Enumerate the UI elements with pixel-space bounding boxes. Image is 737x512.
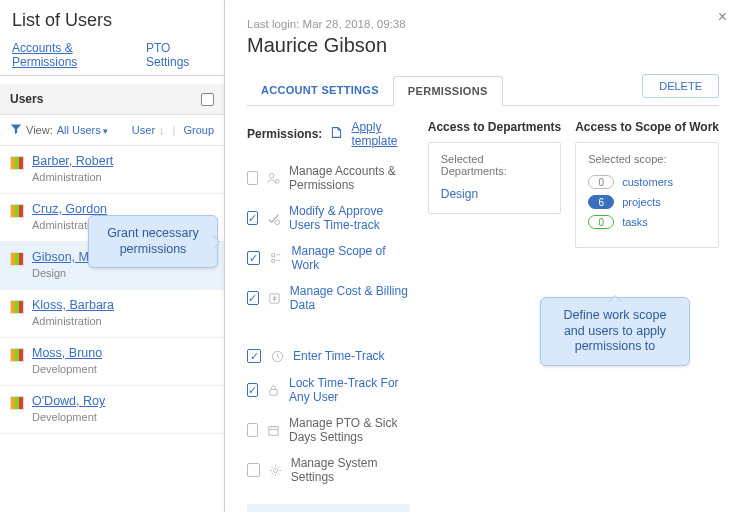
user-name[interactable]: Kloss, Barbara [32, 298, 114, 312]
users-header-label: Users [10, 92, 43, 106]
checkbox[interactable]: ✓ [247, 349, 261, 363]
user-name[interactable]: Moss, Bruno [32, 346, 102, 360]
svg-point-7 [273, 468, 277, 472]
column-group[interactable]: Group [183, 124, 214, 136]
list-item[interactable]: Moss, BrunoDevelopment [0, 338, 224, 386]
left-tabs: Accounts & Permissions PTO Settings [0, 37, 224, 76]
filter-icon[interactable] [10, 123, 22, 137]
scope-row[interactable]: 6 projects [588, 195, 706, 209]
scope-row[interactable]: 0 customers [588, 175, 706, 189]
user-badge-icon [10, 348, 24, 362]
permission-row[interactable]: ✓ Manage Accounts & Permissions [247, 158, 410, 198]
permission-row[interactable]: ✓ Manage PTO & Sick Days Settings [247, 410, 410, 450]
user-name[interactable]: O'Dowd, Roy [32, 394, 105, 408]
checkbox[interactable]: ✓ [247, 251, 260, 265]
permission-row[interactable]: ✓ Manage Scope of Work [247, 238, 410, 278]
dept-selected-label: Selected Departments: [441, 153, 548, 177]
list-item[interactable]: Kloss, BarbaraAdministration [0, 290, 224, 338]
select-all-checkbox[interactable] [201, 93, 214, 106]
scope-label: projects [622, 196, 661, 208]
scope-icon [268, 250, 283, 266]
permission-label: Manage Cost & Billing Data [290, 284, 410, 312]
callout-grant-permissions: Grant necessary permissions [88, 215, 218, 268]
view-filter-row: View: All Users User ↓ | Group [0, 115, 224, 146]
tab-pto-settings[interactable]: PTO Settings [146, 37, 212, 75]
delete-button[interactable]: DELETE [642, 74, 719, 98]
column-user[interactable]: User [132, 124, 155, 136]
svg-point-2 [275, 219, 280, 224]
scope-label: tasks [622, 216, 648, 228]
user-badge-icon [10, 252, 24, 266]
scope-count: 0 [588, 215, 614, 229]
callout-define-scope: Define work scope and users to apply per… [540, 297, 690, 366]
calendar-icon [266, 422, 281, 438]
dept-heading: Access to Departments [428, 120, 561, 134]
permission-row[interactable]: ✓ Manage System Settings [247, 450, 410, 490]
view-filter-dropdown[interactable]: All Users [57, 124, 108, 136]
permission-label: Modify & Approve Users Time-track [289, 204, 410, 232]
read-more-banner[interactable]: i Read more about permissions [247, 504, 410, 512]
scope-heading: Access to Scope of Work [575, 120, 719, 134]
user-detail-panel: × Last login: Mar 28, 2018, 09:38 Mauric… [225, 0, 737, 512]
checkbox[interactable]: ✓ [247, 423, 258, 437]
svg-rect-6 [269, 426, 278, 434]
tab-accounts-permissions[interactable]: Accounts & Permissions [12, 37, 132, 75]
permissions-column: Permissions: Apply template ✓ Manage Acc… [247, 120, 410, 512]
tab-permissions[interactable]: PERMISSIONS [393, 76, 503, 106]
template-icon [330, 126, 343, 142]
permission-row[interactable]: ✓ Modify & Approve Users Time-track [247, 198, 410, 238]
users-list: Barber, RobertAdministration Cruz, Gordo… [0, 146, 224, 434]
page-title: List of Users [0, 0, 224, 37]
gear-icon [268, 462, 283, 478]
svg-point-0 [269, 173, 274, 178]
view-label: View: [26, 124, 53, 136]
user-dept: Development [32, 411, 105, 423]
accounts-icon [266, 170, 281, 186]
list-item[interactable]: O'Dowd, RoyDevelopment [0, 386, 224, 434]
user-badge-icon [10, 300, 24, 314]
lock-icon [266, 382, 281, 398]
user-badge-icon [10, 396, 24, 410]
checkbox[interactable]: ✓ [247, 291, 259, 305]
dept-value[interactable]: Design [441, 187, 548, 201]
clock-icon [269, 348, 285, 364]
user-badge-icon [10, 204, 24, 218]
user-dept: Design [32, 267, 123, 279]
sort-down-icon[interactable]: ↓ [159, 124, 165, 136]
svg-rect-5 [270, 389, 278, 395]
approve-time-icon [266, 210, 281, 226]
checkbox[interactable]: ✓ [247, 171, 258, 185]
permission-row[interactable]: ✓ Lock Time-Track For Any User [247, 370, 410, 410]
user-name[interactable]: Barber, Robert [32, 154, 113, 168]
permission-row[interactable]: ✓ Enter Time-Track [247, 342, 410, 370]
detail-tabs: ACCOUNT SETTINGS PERMISSIONS DELETE [247, 75, 719, 106]
checkbox[interactable]: ✓ [247, 383, 258, 397]
user-badge-icon [10, 156, 24, 170]
checkbox[interactable]: ✓ [247, 211, 258, 225]
permission-label: Manage System Settings [291, 456, 410, 484]
permissions-heading: Permissions: [247, 127, 322, 141]
last-login: Last login: Mar 28, 2018, 09:38 [247, 18, 719, 30]
user-name[interactable]: Cruz, Gordon [32, 202, 107, 216]
scope-count: 0 [588, 175, 614, 189]
list-item[interactable]: Barber, RobertAdministration [0, 146, 224, 194]
permission-label: Manage Accounts & Permissions [289, 164, 410, 192]
permission-label: Lock Time-Track For Any User [289, 376, 410, 404]
billing-icon [267, 290, 282, 306]
scope-row[interactable]: 0 tasks [588, 215, 706, 229]
permission-label: Manage PTO & Sick Days Settings [289, 416, 410, 444]
scope-label: customers [622, 176, 673, 188]
close-icon[interactable]: × [718, 8, 727, 26]
scope-count: 6 [588, 195, 614, 209]
permission-row[interactable]: ✓ Manage Cost & Billing Data [247, 278, 410, 318]
user-dept: Administration [32, 171, 113, 183]
tab-account-settings[interactable]: ACCOUNT SETTINGS [247, 76, 393, 104]
permission-label: Enter Time-Track [293, 349, 385, 363]
permission-label: Manage Scope of Work [291, 244, 409, 272]
checkbox[interactable]: ✓ [247, 463, 260, 477]
users-section-header: Users [0, 84, 224, 115]
user-full-name: Maurice Gibson [247, 34, 719, 57]
scope-selected-label: Selected scope: [588, 153, 706, 165]
user-dept: Development [32, 363, 102, 375]
apply-template-link[interactable]: Apply template [351, 120, 409, 148]
